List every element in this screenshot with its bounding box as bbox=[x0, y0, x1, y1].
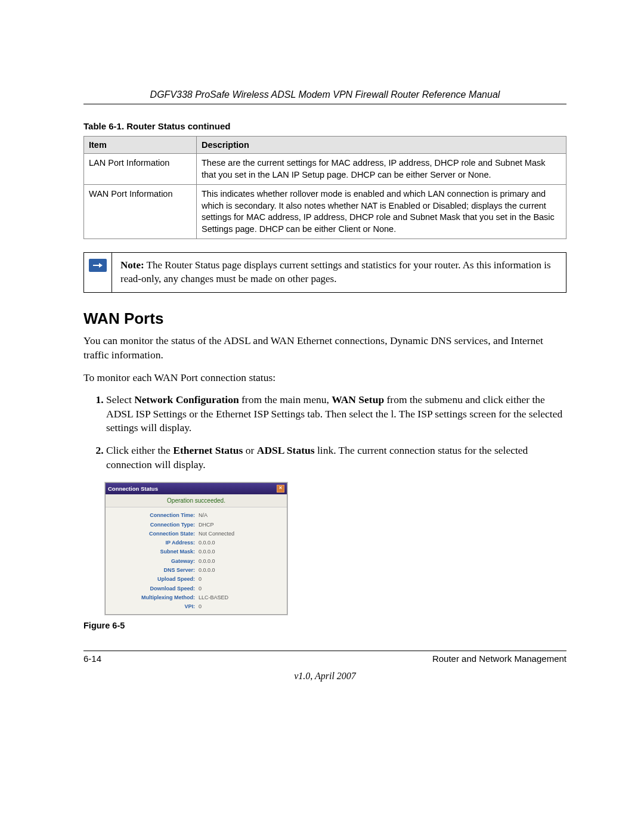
running-header: DGFV338 ProSafe Wireless ADSL Modem VPN … bbox=[83, 89, 566, 100]
page-number: 6-14 bbox=[83, 654, 101, 664]
step-text: from the main menu, bbox=[239, 394, 332, 405]
step-bold: ADSL Status bbox=[257, 444, 315, 456]
chapter-name: Router and Network Management bbox=[432, 654, 566, 664]
conn-row: Connection State:Not Connected bbox=[106, 529, 287, 538]
section-heading: WAN Ports bbox=[83, 309, 566, 328]
window-titlebar: Connection Status × bbox=[106, 483, 287, 494]
conn-label: Connection State: bbox=[106, 529, 199, 538]
conn-row: VPI:0 bbox=[106, 602, 287, 611]
step-bold: WAN Setup bbox=[332, 394, 384, 405]
note-block: Note: The Router Status page displays cu… bbox=[83, 252, 566, 293]
arrow-right-icon bbox=[89, 259, 107, 272]
conn-value: 0 bbox=[199, 584, 202, 593]
row-desc: These are the current settings for MAC a… bbox=[197, 154, 566, 185]
connection-body: Connection Time:N/A Connection Type:DHCP… bbox=[106, 507, 287, 614]
conn-label: Gateway: bbox=[106, 557, 199, 566]
step-text: Click either the bbox=[106, 444, 173, 456]
step-list: Select Network Configuration from the ma… bbox=[83, 393, 566, 472]
figure-caption: Figure 6-5 bbox=[83, 621, 566, 630]
row-desc: This indicates whether rollover mode is … bbox=[197, 185, 566, 239]
table-caption: Table 6-1. Router Status continued bbox=[83, 121, 566, 131]
list-item: Select Network Configuration from the ma… bbox=[106, 393, 566, 435]
conn-value: DHCP bbox=[199, 521, 214, 529]
router-status-table: Item Description LAN Port Information Th… bbox=[83, 136, 566, 239]
conn-value: 0.0.0.0 bbox=[199, 557, 215, 566]
conn-value: 0.0.0.0 bbox=[199, 547, 215, 556]
conn-row: DNS Server:0.0.0.0 bbox=[106, 566, 287, 575]
row-item: LAN Port Information bbox=[84, 154, 197, 185]
header-rule bbox=[83, 104, 566, 104]
conn-label: Multiplexing Method: bbox=[106, 593, 199, 602]
step-text: or bbox=[243, 444, 256, 456]
paragraph: You can monitor the status of the ADSL a… bbox=[83, 334, 566, 362]
step-bold: Network Configuration bbox=[134, 394, 239, 405]
conn-value: LLC-BASED bbox=[199, 593, 228, 602]
conn-row: IP Address:0.0.0.0 bbox=[106, 538, 287, 547]
list-item: Click either the Ethernet Status or ADSL… bbox=[106, 444, 566, 472]
conn-label: IP Address: bbox=[106, 538, 199, 547]
conn-row: Connection Time:N/A bbox=[106, 511, 287, 520]
conn-row: Download Speed:0 bbox=[106, 584, 287, 593]
conn-row: Multiplexing Method:LLC-BASED bbox=[106, 593, 287, 602]
step-text: Select bbox=[106, 394, 134, 405]
conn-label: VPI: bbox=[106, 602, 199, 611]
note-text: Note: The Router Status page displays cu… bbox=[112, 253, 566, 292]
conn-label: Connection Type: bbox=[106, 521, 199, 529]
row-item: WAN Port Information bbox=[84, 185, 197, 239]
page-footer: 6-14 Router and Network Management bbox=[83, 654, 566, 664]
note-icon-cell bbox=[84, 253, 112, 292]
close-icon[interactable]: × bbox=[277, 485, 284, 493]
conn-label: Subnet Mask: bbox=[106, 547, 199, 556]
conn-value: 0 bbox=[199, 575, 202, 584]
conn-value: N/A bbox=[199, 511, 208, 520]
conn-row: Upload Speed:0 bbox=[106, 575, 287, 584]
table-row: LAN Port Information These are the curre… bbox=[84, 154, 566, 185]
conn-row: Gateway:0.0.0.0 bbox=[106, 557, 287, 566]
conn-row: Connection Type:DHCP bbox=[106, 521, 287, 529]
operation-status: Operation succeeded. bbox=[106, 494, 287, 507]
conn-value: 0.0.0.0 bbox=[199, 566, 215, 575]
conn-row: Subnet Mask:0.0.0.0 bbox=[106, 547, 287, 556]
conn-label: Upload Speed: bbox=[106, 575, 199, 584]
note-label: Note: bbox=[120, 259, 144, 271]
note-body: The Router Status page displays current … bbox=[120, 259, 551, 284]
doc-version: v1.0, April 2007 bbox=[83, 671, 566, 682]
col-item: Item bbox=[84, 137, 197, 154]
connection-status-window: Connection Status × Operation succeeded.… bbox=[105, 482, 287, 614]
conn-value: 0 bbox=[199, 602, 202, 611]
col-description: Description bbox=[197, 137, 566, 154]
conn-value: 0.0.0.0 bbox=[199, 538, 215, 547]
conn-label: Connection Time: bbox=[106, 511, 199, 520]
paragraph: To monitor each WAN Port connection stat… bbox=[83, 371, 566, 385]
table-row: WAN Port Information This indicates whet… bbox=[84, 185, 566, 239]
conn-label: Download Speed: bbox=[106, 584, 199, 593]
footer-rule bbox=[83, 651, 566, 651]
window-title: Connection Status bbox=[108, 485, 158, 492]
conn-label: DNS Server: bbox=[106, 566, 199, 575]
conn-value: Not Connected bbox=[199, 529, 234, 538]
step-bold: Ethernet Status bbox=[173, 444, 243, 456]
